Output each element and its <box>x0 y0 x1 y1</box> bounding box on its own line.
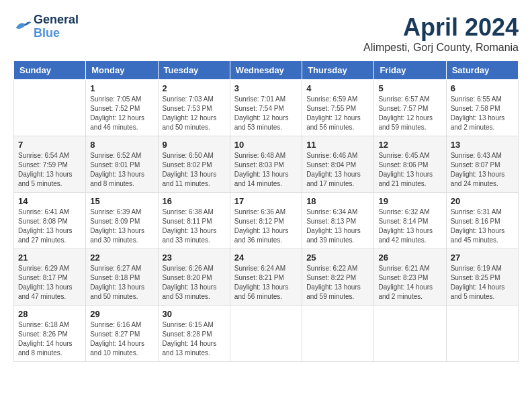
weekday-header-monday: Monday <box>86 61 158 80</box>
cell-sun-info: Sunrise: 6:43 AMSunset: 8:07 PMDaylight:… <box>451 151 514 189</box>
calendar-cell: 4Sunrise: 6:59 AMSunset: 7:55 PMDaylight… <box>302 80 374 136</box>
day-number: 9 <box>163 140 226 150</box>
calendar-cell <box>446 306 518 362</box>
calendar-cell <box>374 306 446 362</box>
cell-sun-info: Sunrise: 6:21 AMSunset: 8:23 PMDaylight:… <box>378 264 441 302</box>
weekday-header-saturday: Saturday <box>446 61 518 80</box>
calendar-cell: 8Sunrise: 6:52 AMSunset: 8:01 PMDaylight… <box>86 136 158 193</box>
page-title: April 2024 <box>363 13 519 42</box>
calendar-cell: 22Sunrise: 6:27 AMSunset: 8:18 PMDayligh… <box>86 249 158 306</box>
calendar-cell: 28Sunrise: 6:18 AMSunset: 8:26 PMDayligh… <box>14 306 86 362</box>
calendar-cell: 19Sunrise: 6:32 AMSunset: 8:14 PMDayligh… <box>374 193 446 249</box>
location-subtitle: Alimpesti, Gorj County, Romania <box>363 42 519 54</box>
cell-sun-info: Sunrise: 6:36 AMSunset: 8:12 PMDaylight:… <box>234 208 298 245</box>
cell-sun-info: Sunrise: 6:24 AMSunset: 8:21 PMDaylight:… <box>234 264 298 302</box>
calendar-cell: 10Sunrise: 6:48 AMSunset: 8:03 PMDayligh… <box>230 136 302 193</box>
calendar-cell: 11Sunrise: 6:46 AMSunset: 8:04 PMDayligh… <box>302 136 374 193</box>
cell-sun-info: Sunrise: 6:46 AMSunset: 8:04 PMDaylight:… <box>306 151 369 189</box>
weekday-header-tuesday: Tuesday <box>158 61 230 80</box>
day-number: 2 <box>163 83 226 93</box>
cell-sun-info: Sunrise: 6:38 AMSunset: 8:11 PMDaylight:… <box>163 208 226 245</box>
calendar-cell <box>230 306 302 362</box>
cell-sun-info: Sunrise: 6:41 AMSunset: 8:08 PMDaylight:… <box>18 208 81 245</box>
calendar-cell: 16Sunrise: 6:38 AMSunset: 8:11 PMDayligh… <box>158 193 230 249</box>
cell-sun-info: Sunrise: 6:26 AMSunset: 8:20 PMDaylight:… <box>163 264 226 302</box>
cell-sun-info: Sunrise: 6:50 AMSunset: 8:02 PMDaylight:… <box>163 151 226 189</box>
calendar-cell: 18Sunrise: 6:34 AMSunset: 8:13 PMDayligh… <box>302 193 374 249</box>
cell-sun-info: Sunrise: 6:29 AMSunset: 8:17 PMDaylight:… <box>18 264 81 302</box>
weekday-header-sunday: Sunday <box>14 61 86 80</box>
cell-sun-info: Sunrise: 6:16 AMSunset: 8:27 PMDaylight:… <box>90 320 153 358</box>
calendar-cell: 23Sunrise: 6:26 AMSunset: 8:20 PMDayligh… <box>158 249 230 306</box>
day-number: 10 <box>234 140 298 150</box>
cell-sun-info: Sunrise: 6:57 AMSunset: 7:57 PMDaylight:… <box>378 95 441 132</box>
day-number: 13 <box>451 140 514 150</box>
cell-sun-info: Sunrise: 6:48 AMSunset: 8:03 PMDaylight:… <box>234 151 298 189</box>
calendar-cell: 9Sunrise: 6:50 AMSunset: 8:02 PMDaylight… <box>158 136 230 193</box>
day-number: 27 <box>451 253 514 263</box>
calendar-cell: 1Sunrise: 7:05 AMSunset: 7:52 PMDaylight… <box>86 80 158 136</box>
calendar-cell <box>14 80 86 136</box>
day-number: 5 <box>378 83 441 93</box>
calendar-cell: 17Sunrise: 6:36 AMSunset: 8:12 PMDayligh… <box>230 193 302 249</box>
day-number: 7 <box>18 140 81 150</box>
cell-sun-info: Sunrise: 7:05 AMSunset: 7:52 PMDaylight:… <box>90 95 153 132</box>
cell-sun-info: Sunrise: 6:27 AMSunset: 8:18 PMDaylight:… <box>90 264 153 302</box>
weekday-header-wednesday: Wednesday <box>230 61 302 80</box>
day-number: 16 <box>163 196 226 206</box>
cell-sun-info: Sunrise: 6:32 AMSunset: 8:14 PMDaylight:… <box>378 208 441 245</box>
cell-sun-info: Sunrise: 6:52 AMSunset: 8:01 PMDaylight:… <box>90 151 153 189</box>
cell-sun-info: Sunrise: 6:18 AMSunset: 8:26 PMDaylight:… <box>18 320 81 358</box>
day-number: 6 <box>451 83 514 93</box>
logo: General Blue <box>13 13 79 40</box>
day-number: 24 <box>234 253 298 263</box>
day-number: 17 <box>234 196 298 206</box>
calendar-cell: 15Sunrise: 6:39 AMSunset: 8:09 PMDayligh… <box>86 193 158 249</box>
calendar-cell <box>302 306 374 362</box>
day-number: 25 <box>306 253 369 263</box>
calendar-cell: 2Sunrise: 7:03 AMSunset: 7:53 PMDaylight… <box>158 80 230 136</box>
day-number: 15 <box>90 196 153 206</box>
day-number: 26 <box>378 253 441 263</box>
day-number: 1 <box>90 83 153 93</box>
cell-sun-info: Sunrise: 6:31 AMSunset: 8:16 PMDaylight:… <box>451 208 514 245</box>
cell-sun-info: Sunrise: 6:55 AMSunset: 7:58 PMDaylight:… <box>451 95 514 132</box>
cell-sun-info: Sunrise: 6:54 AMSunset: 7:59 PMDaylight:… <box>18 151 81 189</box>
calendar-cell: 3Sunrise: 7:01 AMSunset: 7:54 PMDaylight… <box>230 80 302 136</box>
calendar-cell: 12Sunrise: 6:45 AMSunset: 8:06 PMDayligh… <box>374 136 446 193</box>
weekday-header-thursday: Thursday <box>302 61 374 80</box>
calendar-cell: 26Sunrise: 6:21 AMSunset: 8:23 PMDayligh… <box>374 249 446 306</box>
calendar-cell: 7Sunrise: 6:54 AMSunset: 7:59 PMDaylight… <box>14 136 86 193</box>
day-number: 4 <box>306 83 369 93</box>
day-number: 22 <box>90 253 153 263</box>
cell-sun-info: Sunrise: 7:01 AMSunset: 7:54 PMDaylight:… <box>234 95 298 132</box>
calendar-cell: 14Sunrise: 6:41 AMSunset: 8:08 PMDayligh… <box>14 193 86 249</box>
day-number: 14 <box>18 196 81 206</box>
day-number: 20 <box>451 196 514 206</box>
weekday-header-friday: Friday <box>374 61 446 80</box>
cell-sun-info: Sunrise: 6:39 AMSunset: 8:09 PMDaylight:… <box>90 208 153 245</box>
day-number: 8 <box>90 140 153 150</box>
logo-blue: Blue <box>34 27 79 40</box>
day-number: 11 <box>306 140 369 150</box>
day-number: 18 <box>306 196 369 206</box>
cell-sun-info: Sunrise: 6:15 AMSunset: 8:28 PMDaylight:… <box>163 320 226 358</box>
cell-sun-info: Sunrise: 7:03 AMSunset: 7:53 PMDaylight:… <box>163 95 226 132</box>
day-number: 12 <box>378 140 441 150</box>
calendar-cell: 30Sunrise: 6:15 AMSunset: 8:28 PMDayligh… <box>158 306 230 362</box>
calendar-cell: 24Sunrise: 6:24 AMSunset: 8:21 PMDayligh… <box>230 249 302 306</box>
day-number: 28 <box>18 309 81 319</box>
day-number: 3 <box>234 83 298 93</box>
calendar-cell: 5Sunrise: 6:57 AMSunset: 7:57 PMDaylight… <box>374 80 446 136</box>
day-number: 19 <box>378 196 441 206</box>
cell-sun-info: Sunrise: 6:59 AMSunset: 7:55 PMDaylight:… <box>306 95 369 132</box>
calendar-table: SundayMondayTuesdayWednesdayThursdayFrid… <box>13 60 519 362</box>
calendar-cell: 20Sunrise: 6:31 AMSunset: 8:16 PMDayligh… <box>446 193 518 249</box>
cell-sun-info: Sunrise: 6:22 AMSunset: 8:22 PMDaylight:… <box>306 264 369 302</box>
day-number: 30 <box>163 309 226 319</box>
logo-general: General <box>34 13 79 27</box>
calendar-cell: 6Sunrise: 6:55 AMSunset: 7:58 PMDaylight… <box>446 80 518 136</box>
day-number: 23 <box>163 253 226 263</box>
cell-sun-info: Sunrise: 6:34 AMSunset: 8:13 PMDaylight:… <box>306 208 369 245</box>
calendar-cell: 21Sunrise: 6:29 AMSunset: 8:17 PMDayligh… <box>14 249 86 306</box>
